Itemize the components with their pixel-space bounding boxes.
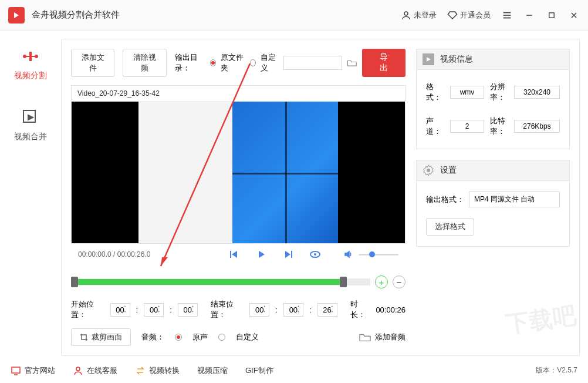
- svg-point-9: [35, 55, 38, 58]
- split-icon: [21, 47, 40, 66]
- app-logo: [8, 7, 25, 23]
- svg-rect-17: [291, 251, 292, 258]
- start-sec-input[interactable]: 00▲▼: [178, 303, 198, 317]
- end-pos-label: 结束位置：: [211, 299, 244, 320]
- output-format-label: 输出格式：: [426, 194, 464, 205]
- start-pos-label: 开始位置：: [71, 299, 104, 320]
- gear-icon: [423, 164, 434, 176]
- diamond-icon: [447, 10, 458, 21]
- preview-button[interactable]: [310, 249, 320, 260]
- svg-rect-10: [29, 52, 32, 61]
- clip-range-slider[interactable]: [71, 278, 370, 285]
- choose-format-button[interactable]: 选择格式: [426, 218, 474, 236]
- volume-slider[interactable]: [359, 254, 398, 256]
- output-dir-label: 输出目录：: [175, 52, 205, 73]
- svg-point-20: [427, 169, 430, 172]
- video-preview[interactable]: [72, 102, 405, 243]
- video-info-header: 视频信息: [416, 49, 570, 70]
- maximize-icon: [548, 11, 556, 19]
- footer-gif[interactable]: GIF制作: [245, 365, 273, 376]
- convert-icon: [135, 365, 146, 376]
- step-back-button[interactable]: [229, 249, 239, 260]
- play-button[interactable]: [256, 249, 266, 260]
- play-square-icon: [423, 53, 434, 65]
- maximize-button[interactable]: [546, 9, 557, 21]
- footer-compress[interactable]: 视频压缩: [197, 365, 228, 376]
- range-remove-button[interactable]: −: [393, 276, 405, 288]
- format-label: 格式：: [426, 82, 444, 103]
- svg-point-0: [404, 12, 408, 15]
- audio-label: 音频：: [141, 332, 164, 342]
- add-file-button[interactable]: 添加文件: [71, 49, 114, 77]
- end-sec-input[interactable]: 26▲▼: [317, 303, 337, 317]
- folder-icon: [359, 332, 371, 342]
- minimize-button[interactable]: [523, 9, 535, 21]
- resolution-label: 分辨率：: [490, 82, 508, 103]
- browse-folder-icon[interactable]: [347, 58, 357, 68]
- start-min-input[interactable]: 00▲▼: [144, 303, 164, 317]
- end-min-input[interactable]: 00▲▼: [283, 303, 303, 317]
- channel-label: 声道：: [426, 116, 444, 137]
- footer-convert[interactable]: 视频转换: [135, 365, 180, 376]
- crop-icon: [80, 333, 88, 341]
- video-preview-panel: Video_20-07-29_16-35-42: [71, 85, 405, 244]
- bitrate-value: 276Kbps: [514, 120, 560, 133]
- radio-custom-audio[interactable]: [218, 334, 225, 341]
- sidebar-item-split[interactable]: 视频分割: [14, 47, 47, 81]
- clear-video-button[interactable]: 清除视频: [123, 49, 166, 77]
- output-path-input[interactable]: [283, 56, 342, 70]
- svg-point-19: [314, 253, 316, 256]
- footer-support[interactable]: 在线客服: [73, 365, 117, 376]
- radio-original-folder[interactable]: [210, 59, 216, 66]
- minimize-icon: [525, 11, 534, 20]
- export-button[interactable]: 导出: [362, 49, 405, 77]
- svg-point-23: [76, 367, 80, 371]
- time-display: 00:00:00.0 / 00:00:26.0: [78, 250, 150, 258]
- version-label: 版本：V2.5.7: [536, 365, 577, 375]
- duration-value: 00:00:26: [376, 305, 405, 314]
- contact-icon: [73, 365, 83, 376]
- hamburger-icon: [502, 10, 512, 21]
- vip-button[interactable]: 开通会员: [447, 10, 491, 21]
- format-value: wmv: [450, 86, 484, 99]
- volume-icon[interactable]: [343, 249, 354, 260]
- duration-label: 时长：: [350, 299, 370, 320]
- channel-value: 2: [450, 120, 484, 133]
- radio-original-audio[interactable]: [175, 334, 182, 341]
- close-button[interactable]: [568, 9, 580, 21]
- user-icon: [401, 10, 411, 21]
- start-hour-input[interactable]: 00▲▼: [110, 303, 130, 317]
- resolution-value: 320x240: [514, 86, 560, 99]
- bitrate-label: 比特率：: [490, 116, 508, 137]
- step-fwd-button[interactable]: [283, 249, 293, 260]
- output-format-combo[interactable]: MP4 同源文件 自动: [469, 192, 560, 207]
- range-add-button[interactable]: +: [375, 276, 388, 288]
- add-audio-button[interactable]: 添加音频: [359, 332, 405, 342]
- svg-point-8: [23, 55, 26, 58]
- sidebar-item-merge[interactable]: 视频合并: [14, 108, 47, 142]
- crop-button[interactable]: 裁剪画面: [71, 328, 131, 346]
- merge-icon: [21, 108, 40, 127]
- svg-rect-5: [549, 12, 554, 17]
- settings-header: 设置: [416, 160, 570, 181]
- footer-website[interactable]: 官方网站: [11, 365, 55, 376]
- menu-button[interactable]: [501, 9, 513, 21]
- video-filename: Video_20-07-29_16-35-42: [72, 86, 405, 102]
- monitor-icon: [11, 365, 21, 376]
- svg-rect-16: [230, 251, 231, 258]
- end-hour-input[interactable]: 00▲▼: [249, 303, 269, 317]
- radio-custom-folder[interactable]: [250, 59, 256, 66]
- close-icon: [569, 11, 579, 20]
- svg-rect-21: [12, 367, 20, 373]
- app-title: 金舟视频分割合并软件: [32, 9, 120, 21]
- login-button[interactable]: 未登录: [401, 10, 437, 21]
